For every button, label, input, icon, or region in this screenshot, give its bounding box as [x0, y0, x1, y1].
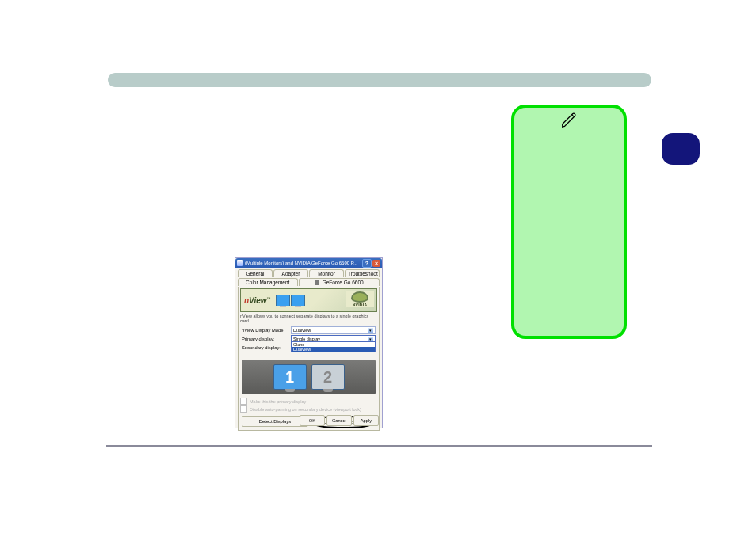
nvidia-tab-icon: [315, 280, 319, 285]
dialog-title: (Multiple Monitors) and NVIDIA GeForce G…: [245, 261, 361, 265]
apply-button[interactable]: Apply: [353, 415, 379, 426]
label-disable-autopan: Disable auto-panning on secondary device…: [250, 407, 361, 412]
tab-general[interactable]: General: [238, 269, 273, 277]
tab-monitor[interactable]: Monitor: [309, 269, 344, 277]
display-properties-dialog: (Multiple Monitors) and NVIDIA GeForce G…: [235, 257, 383, 428]
close-button[interactable]: ×: [372, 260, 380, 267]
select-display-mode[interactable]: Dualview ▾: [291, 326, 376, 334]
ok-button[interactable]: OK: [300, 415, 325, 426]
nview-monitors-graphic: [276, 295, 305, 306]
monitor-preview: 1 2: [242, 360, 376, 394]
side-tab-marker: [662, 133, 700, 165]
option-dualview[interactable]: Dualview: [292, 347, 375, 352]
tab-geforce[interactable]: GeForce Go 6600: [299, 278, 380, 286]
chevron-down-icon: ▾: [368, 328, 373, 333]
pen-icon: [560, 112, 578, 131]
label-primary-display: Primary display:: [242, 337, 291, 341]
tab-strip: General Adapter Monitor Troubleshoot Col…: [235, 268, 382, 286]
tab-geforce-label: GeForce Go 6600: [323, 280, 364, 285]
select-primary-display[interactable]: Single display ▾ Clone Dualview: [291, 335, 376, 343]
label-secondary-display: Secondary display:: [242, 345, 291, 350]
monitor-2[interactable]: 2: [311, 364, 345, 390]
label-make-primary: Make this the primary display: [250, 399, 306, 404]
nvidia-logo: NVIDIA: [346, 291, 374, 307]
section-header-bar: [108, 73, 651, 87]
monitor-1[interactable]: 1: [273, 364, 307, 390]
checkbox-make-primary[interactable]: [240, 398, 247, 405]
win-icon: [237, 260, 243, 266]
nview-rest: View: [249, 296, 266, 305]
help-button[interactable]: ?: [362, 259, 372, 268]
cancel-button[interactable]: Cancel: [326, 415, 352, 426]
detect-displays-button[interactable]: Detect Displays: [242, 416, 308, 427]
dialog-titlebar: (Multiple Monitors) and NVIDIA GeForce G…: [235, 258, 382, 268]
checkbox-disable-autopan[interactable]: [240, 405, 247, 413]
primary-display-dropdown: Clone Dualview: [291, 341, 376, 352]
tab-panel: nView™ NVIDIA nView allows you to connec…: [238, 287, 380, 431]
nview-description: nView allows you to connect separate dis…: [240, 314, 377, 323]
select-display-mode-value: Dualview: [293, 328, 311, 333]
section-divider: [106, 445, 652, 447]
nview-banner: nView™ NVIDIA: [240, 288, 377, 312]
tab-troubleshoot[interactable]: Troubleshoot: [345, 269, 380, 277]
nvidia-word: NVIDIA: [353, 303, 368, 307]
tab-adapter[interactable]: Adapter: [273, 269, 308, 277]
nview-tm: ™: [267, 296, 271, 301]
tab-color-management[interactable]: Color Management: [238, 278, 298, 286]
note-callout: [511, 105, 627, 339]
label-display-mode: nView Display Mode:: [242, 328, 291, 333]
